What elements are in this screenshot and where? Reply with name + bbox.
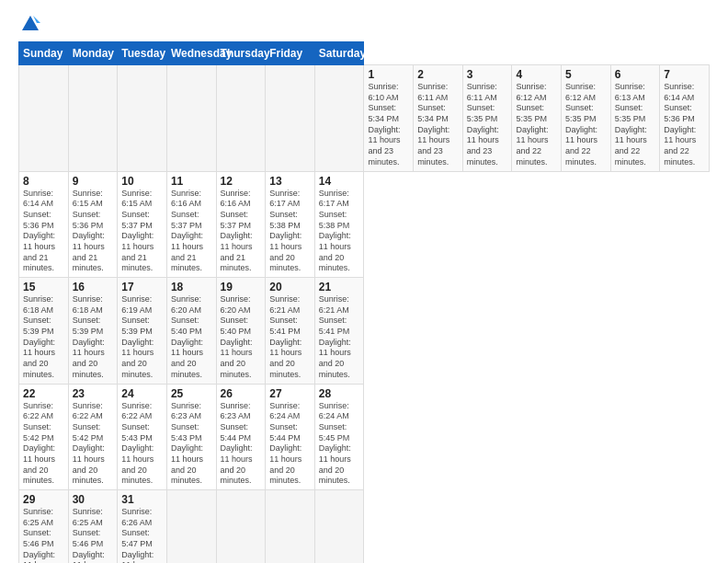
day-number: 2 — [417, 68, 459, 81]
calendar-cell: 10Sunrise: 6:15 AMSunset: 5:37 PMDayligh… — [118, 171, 167, 278]
calendar-cell: 8Sunrise: 6:14 AMSunset: 5:36 PMDaylight… — [19, 171, 69, 278]
day-info: Sunrise: 6:18 AMSunset: 5:39 PMDaylight:… — [23, 294, 64, 381]
calendar-cell — [19, 65, 69, 172]
calendar-cell: 29Sunrise: 6:25 AMSunset: 5:46 PMDayligh… — [19, 490, 69, 564]
day-info: Sunrise: 6:11 AMSunset: 5:34 PMDaylight:… — [417, 82, 459, 168]
calendar-cell — [314, 490, 364, 564]
day-number: 12 — [221, 175, 262, 188]
calendar-cell: 28Sunrise: 6:24 AMSunset: 5:45 PMDayligh… — [314, 384, 364, 490]
day-number: 27 — [269, 387, 311, 400]
day-info: Sunrise: 6:24 AMSunset: 5:45 PMDaylight:… — [319, 401, 360, 488]
day-info: Sunrise: 6:14 AMSunset: 5:36 PMDaylight:… — [664, 82, 705, 168]
day-info: Sunrise: 6:17 AMSunset: 5:38 PMDaylight:… — [269, 189, 311, 275]
day-info: Sunrise: 6:22 AMSunset: 5:42 PMDaylight:… — [23, 401, 64, 488]
day-number: 23 — [73, 387, 114, 400]
day-header-wednesday: Wednesday — [166, 42, 216, 65]
week-row-4: 22Sunrise: 6:22 AMSunset: 5:42 PMDayligh… — [19, 384, 710, 490]
day-info: Sunrise: 6:25 AMSunset: 5:46 PMDaylight:… — [23, 507, 64, 563]
calendar-cell: 16Sunrise: 6:18 AMSunset: 5:39 PMDayligh… — [68, 278, 118, 385]
day-info: Sunrise: 6:12 AMSunset: 5:35 PMDaylight:… — [565, 82, 607, 168]
day-number: 31 — [121, 493, 163, 506]
page: SundayMondayTuesdayWednesdayThursdayFrid… — [0, 0, 728, 563]
day-number: 22 — [23, 387, 64, 400]
day-info: Sunrise: 6:13 AMSunset: 5:35 PMDaylight:… — [615, 82, 656, 168]
day-info: Sunrise: 6:11 AMSunset: 5:35 PMDaylight:… — [467, 82, 508, 168]
day-info: Sunrise: 6:18 AMSunset: 5:39 PMDaylight:… — [73, 294, 114, 381]
calendar-cell: 24Sunrise: 6:22 AMSunset: 5:43 PMDayligh… — [118, 384, 167, 490]
calendar-cell — [314, 65, 364, 172]
calendar-cell: 4Sunrise: 6:12 AMSunset: 5:35 PMDaylight… — [512, 65, 562, 172]
calendar-cell: 21Sunrise: 6:21 AMSunset: 5:41 PMDayligh… — [314, 278, 364, 385]
day-number: 5 — [565, 68, 607, 81]
calendar-cell — [166, 490, 216, 564]
day-info: Sunrise: 6:16 AMSunset: 5:37 PMDaylight:… — [171, 189, 212, 275]
day-info: Sunrise: 6:15 AMSunset: 5:36 PMDaylight:… — [73, 189, 114, 275]
calendar-cell: 30Sunrise: 6:25 AMSunset: 5:46 PMDayligh… — [68, 490, 118, 564]
day-info: Sunrise: 6:21 AMSunset: 5:41 PMDaylight:… — [319, 294, 360, 381]
week-row-1: 1Sunrise: 6:10 AMSunset: 5:34 PMDaylight… — [19, 65, 710, 172]
day-header-saturday: Saturday — [314, 42, 364, 65]
calendar-cell — [68, 65, 118, 172]
day-number: 6 — [615, 68, 656, 81]
calendar-cell: 15Sunrise: 6:18 AMSunset: 5:39 PMDayligh… — [19, 278, 69, 385]
calendar-cell: 14Sunrise: 6:17 AMSunset: 5:38 PMDayligh… — [314, 171, 364, 278]
calendar-cell: 11Sunrise: 6:16 AMSunset: 5:37 PMDayligh… — [166, 171, 216, 278]
day-info: Sunrise: 6:25 AMSunset: 5:46 PMDaylight:… — [73, 507, 114, 563]
calendar-cell: 17Sunrise: 6:19 AMSunset: 5:39 PMDayligh… — [118, 278, 167, 385]
day-number: 4 — [516, 68, 557, 81]
day-info: Sunrise: 6:24 AMSunset: 5:44 PMDaylight:… — [269, 401, 311, 488]
day-info: Sunrise: 6:19 AMSunset: 5:39 PMDaylight:… — [121, 294, 163, 381]
calendar-cell: 12Sunrise: 6:16 AMSunset: 5:37 PMDayligh… — [216, 171, 266, 278]
day-number: 18 — [171, 281, 212, 293]
day-info: Sunrise: 6:22 AMSunset: 5:42 PMDaylight:… — [73, 401, 114, 488]
day-info: Sunrise: 6:21 AMSunset: 5:41 PMDaylight:… — [269, 294, 311, 381]
day-header-tuesday: Tuesday — [118, 42, 167, 65]
day-info: Sunrise: 6:23 AMSunset: 5:44 PMDaylight:… — [221, 401, 262, 488]
calendar-cell: 25Sunrise: 6:23 AMSunset: 5:43 PMDayligh… — [166, 384, 216, 490]
day-header-thursday: Thursday — [216, 42, 266, 65]
day-number: 9 — [73, 175, 114, 188]
day-number: 29 — [23, 493, 64, 506]
day-info: Sunrise: 6:15 AMSunset: 5:37 PMDaylight:… — [121, 189, 163, 275]
calendar-cell: 6Sunrise: 6:13 AMSunset: 5:35 PMDaylight… — [610, 65, 660, 172]
day-header-sunday: Sunday — [19, 42, 69, 65]
day-number: 30 — [73, 493, 114, 506]
day-number: 26 — [221, 387, 262, 400]
day-header-friday: Friday — [266, 42, 315, 65]
day-info: Sunrise: 6:12 AMSunset: 5:35 PMDaylight:… — [516, 82, 557, 168]
calendar-cell: 26Sunrise: 6:23 AMSunset: 5:44 PMDayligh… — [216, 384, 266, 490]
day-info: Sunrise: 6:20 AMSunset: 5:40 PMDaylight:… — [171, 294, 212, 381]
svg-marker-1 — [33, 16, 40, 23]
calendar-cell: 2Sunrise: 6:11 AMSunset: 5:34 PMDaylight… — [414, 65, 463, 172]
calendar-cell: 7Sunrise: 6:14 AMSunset: 5:36 PMDaylight… — [660, 65, 710, 172]
day-number: 3 — [467, 68, 508, 81]
day-number: 8 — [23, 175, 64, 188]
day-number: 11 — [171, 175, 212, 188]
calendar-cell: 1Sunrise: 6:10 AMSunset: 5:34 PMDaylight… — [364, 65, 414, 172]
calendar-cell: 9Sunrise: 6:15 AMSunset: 5:36 PMDaylight… — [68, 171, 118, 278]
calendar-cell: 31Sunrise: 6:26 AMSunset: 5:47 PMDayligh… — [118, 490, 167, 564]
calendar-cell: 5Sunrise: 6:12 AMSunset: 5:35 PMDaylight… — [562, 65, 611, 172]
day-number: 15 — [23, 281, 64, 293]
day-number: 1 — [368, 68, 409, 81]
day-number: 20 — [269, 281, 311, 293]
calendar-cell — [266, 490, 315, 564]
day-info: Sunrise: 6:22 AMSunset: 5:43 PMDaylight:… — [121, 401, 163, 488]
calendar-cell — [266, 65, 315, 172]
calendar-cell — [216, 490, 266, 564]
day-number: 7 — [664, 68, 705, 81]
calendar-cell: 13Sunrise: 6:17 AMSunset: 5:38 PMDayligh… — [266, 171, 315, 278]
day-number: 19 — [221, 281, 262, 293]
week-row-2: 8Sunrise: 6:14 AMSunset: 5:36 PMDaylight… — [19, 171, 710, 278]
logo — [18, 14, 40, 34]
week-row-5: 29Sunrise: 6:25 AMSunset: 5:46 PMDayligh… — [19, 490, 710, 564]
day-number: 25 — [171, 387, 212, 400]
day-info: Sunrise: 6:17 AMSunset: 5:38 PMDaylight:… — [319, 189, 360, 275]
calendar-cell: 19Sunrise: 6:20 AMSunset: 5:40 PMDayligh… — [216, 278, 266, 385]
calendar: SundayMondayTuesdayWednesdayThursdayFrid… — [18, 41, 710, 563]
day-info: Sunrise: 6:20 AMSunset: 5:40 PMDaylight:… — [221, 294, 262, 381]
day-info: Sunrise: 6:10 AMSunset: 5:34 PMDaylight:… — [368, 82, 409, 168]
calendar-cell — [166, 65, 216, 172]
calendar-cell — [216, 65, 266, 172]
week-row-3: 15Sunrise: 6:18 AMSunset: 5:39 PMDayligh… — [19, 278, 710, 385]
